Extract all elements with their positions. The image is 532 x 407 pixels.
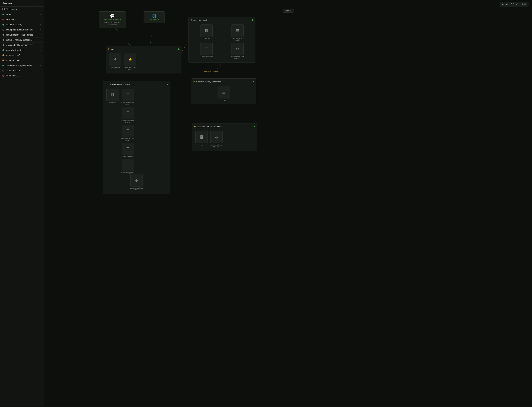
service-name-customer-registry-value-entity: customer-registry-value-entity [6,64,33,67]
service-name-java-spring-transfer-workflow: java-spring-transfer-workflow [6,29,33,31]
cr-byname-label: CustomerByName [200,56,213,58]
status-dot-customer-registry [2,24,4,25]
sidebar-item-scala-protobuf-reliable-timers[interactable]: scala-protobuf-reliable-timers∨ [0,32,44,38]
crve-details-card[interactable]: ☰ [122,107,134,119]
paper-icon: ✦ [108,48,110,50]
crve-customers-wrap: 🗄 customers [106,89,119,103]
customer-events-label: customer_events [204,70,218,72]
crve-response-label: CustomersResponseByN... [121,138,134,141]
sidebar-item-some-service-3[interactable]: some-service-3 [0,53,44,58]
service-name-some-service-4: some-service-4 [6,59,20,62]
svg-line-1 [150,24,153,47]
crs-icon: ✦ [193,80,195,83]
call-for-paper-card[interactable]: 🗄 [109,54,121,66]
collapse-sidebar-button[interactable]: ← [39,2,41,5]
crve-byname-label: CustomerByName [121,172,134,174]
status-dot-some-service-4 [2,60,4,61]
cr-byname-icon: ☰ [205,47,208,51]
call-for-paper-wrap: 🗄 call-for-paper [109,54,121,70]
cr-action-card[interactable]: ⚙ [231,43,244,55]
service-name-old-runtime: old-runtime [6,18,16,21]
grid-icon [2,8,5,10]
zoom-level: 71% [521,3,527,6]
zoom-in-button[interactable]: + [501,3,504,6]
crve-email-card[interactable]: ☰ [122,143,134,155]
cr-customers-card[interactable]: 🗄 [200,24,213,37]
cr-city-streaming-icon: ☰ [236,29,239,33]
crve-customers-icon: 🗄 [111,93,114,97]
chevron-scala-protobuf-reliable-timers[interactable]: ∨ [40,34,41,36]
service-name-some-service-2: some-service-2 [6,75,20,77]
status-dot-scala-protobuf-reliable-timers [2,34,4,36]
chevron-customer-registry-value-entity[interactable]: ∨ [40,65,41,67]
service-name-replicatedentity-shopping-cart: replicatedentity-shopping-cart [6,44,33,46]
sidebar-item-java-spring-transfer-workflow[interactable]: java-spring-transfer-workflow∨ [0,27,44,32]
sprt-order-wrap: 🗄 order [195,131,208,148]
sidebar-item-old-runtime[interactable]: old-runtime [0,17,44,22]
crve-title: customer-registry-value-entity [108,83,166,86]
sidebar-item-paper[interactable]: paper∨ [0,12,44,17]
sprt-title: scala-protobuf-reliable-timers [197,125,253,128]
chevron-customer-registry[interactable]: ∨ [40,24,41,26]
crve-customers-card[interactable]: 🗄 [106,89,119,101]
chevron-customer-registry-subscriber[interactable]: ∨ [40,39,41,41]
all-services-label: All services [6,8,17,10]
service-name-customer-registry-subscriber: customer-registry-subscriber [6,39,32,41]
crve-icon: ✦ [105,83,107,86]
sidebar-item-customer-registry-subscriber[interactable]: customer-registry-subscriber∨ [0,38,44,43]
message-broker-sub: Google Cloud Pub/Sub [104,22,120,23]
a-view-label: a view [221,99,226,101]
status-dot-paper [2,14,4,15]
service-name-customer-registry: customer-registry [6,23,22,26]
sprt-action-card[interactable]: ⚙ [210,131,223,143]
crve-details-label: CustomerDetailsbyName [121,120,134,123]
crve-summary-label: CustomerSummaryByNa... [121,102,134,105]
sidebar-item-replicatedentity-shopping-cart[interactable]: replicatedentity-shopping-cart∨ [0,43,44,48]
sidebar-item-some-service-2[interactable]: some-service-2 [0,73,44,78]
canvas[interactable]: 💬 MESSAGE BROKER Google Cloud Pub/Sub ka… [44,0,532,407]
message-broker-kafka: kafka:29092 [108,24,117,26]
cr-status [252,19,253,21]
crve-details-icon: ☰ [126,111,129,115]
sidebar-item-customer-registry-value-entity[interactable]: customer-registry-value-entity∨ [0,63,44,68]
sidebar-item-customer-registry[interactable]: customer-registry∨ [0,22,44,27]
sprt-components: 🗄 order ⚙ com.example.actions.Ord... [194,130,255,149]
all-services-row[interactable]: All services [0,7,44,12]
crve-details-wrap: ☰ CustomerDetailsbyName [121,107,134,123]
status-dot-some-service-1 [2,70,4,71]
io-kalix-card[interactable]: ⚡ [124,54,136,66]
crve-response-card[interactable]: ☰ [122,125,134,137]
zoom-out-button[interactable]: − [505,3,508,6]
crve-box: ✦ customer-registry-value-entity 🗄 custo… [103,81,170,194]
a-view-card[interactable]: ☰ [218,86,230,98]
fullscreen-button[interactable]: ⛶ [510,3,514,6]
message-broker-label: MESSAGE BROKER [104,19,121,21]
service-name-paper: paper [6,13,11,16]
chevron-java-spring-transfer-workflow[interactable]: ∨ [40,29,41,31]
chevron-paper[interactable]: ∨ [40,14,41,16]
cr-byname-card[interactable]: ☰ [200,43,213,55]
service-name-scala-pb-view-store: scala-pb-view-store [6,49,24,51]
cr-title: customer-registry [193,19,251,21]
crve-byname-wrap: ☰ CustomerByName [121,159,134,174]
cr-city-streaming-card[interactable]: ☰ [231,24,244,37]
crve-byname-card[interactable]: ☰ [122,159,134,171]
crve-action-card[interactable]: ⚙ [130,174,143,187]
status-dot-some-service-3 [2,55,4,56]
sidebar-item-some-service-4[interactable]: some-service-4 [0,58,44,63]
crve-summary-card[interactable]: ☰ [122,89,134,101]
crve-status [167,84,168,85]
crve-header: ✦ customer-registry-value-entity [105,83,168,86]
crve-email-label: CustomerByEmail [121,156,134,157]
cr-city-streaming-label: CustomerByCityStreaming [231,38,244,41]
refresh-button[interactable]: ↺ [516,3,519,6]
chevron-replicatedentity-shopping-cart[interactable]: ∨ [40,44,41,46]
toolbar: + − ⛶ ↺ 71% [500,2,528,7]
crve-action-area: ⚙ customer.action.Custom... [105,174,168,192]
sidebar-item-some-service-1[interactable]: some-service-1 [0,68,44,73]
sprt-status [254,126,255,127]
chevron-scala-pb-view-store[interactable]: ∨ [40,49,41,51]
sprt-order-card[interactable]: 🗄 [195,131,208,143]
sprt-action-icon: ⚙ [215,135,218,139]
sidebar-item-scala-pb-view-store[interactable]: scala-pb-view-store∨ [0,48,44,53]
